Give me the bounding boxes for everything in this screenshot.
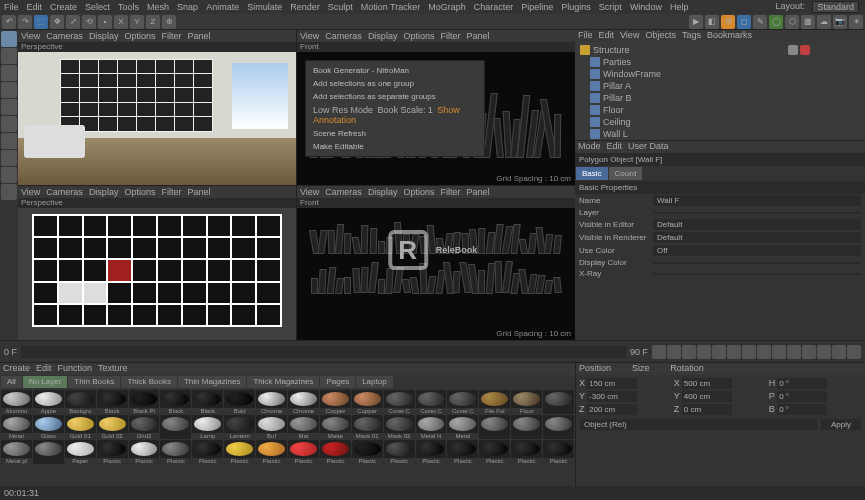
visible-renderer-dropdown[interactable]: Default xyxy=(653,232,861,243)
size-z-field[interactable] xyxy=(682,404,732,415)
object-manager[interactable]: StructurePartiesWindowFramePillar APilla… xyxy=(575,42,865,140)
menu-motion tracker[interactable]: Motion Tracker xyxy=(361,2,421,12)
scale-key-icon[interactable] xyxy=(817,345,831,359)
rot-b-field[interactable] xyxy=(777,404,827,415)
vp-menu-item[interactable]: Options xyxy=(124,31,155,41)
mat-menu-item[interactable]: Create xyxy=(3,363,30,375)
vp-menu-item[interactable]: Display xyxy=(368,31,398,41)
material-grid[interactable]: AluminuAppleBackgroBlackBlack.PlBlackBla… xyxy=(0,389,575,486)
vp-menu-item[interactable]: Filter xyxy=(161,31,181,41)
coord-mode-dropdown[interactable]: Object (Rel) xyxy=(580,419,817,430)
material-swatch[interactable]: Chrome xyxy=(288,390,319,414)
vp-menu-item[interactable]: View xyxy=(300,187,319,197)
viewport-1-canvas[interactable] xyxy=(18,52,296,185)
vp-menu-item[interactable]: Cameras xyxy=(325,31,362,41)
axis-z-icon[interactable]: Z xyxy=(146,15,160,29)
menu-snap[interactable]: Snap xyxy=(177,2,198,12)
name-field[interactable]: Wall F xyxy=(653,195,861,206)
record-icon[interactable] xyxy=(757,345,771,359)
coord-sys-icon[interactable]: ⊕ xyxy=(162,15,176,29)
vp-menu-item[interactable]: Filter xyxy=(440,31,460,41)
menu-mograph[interactable]: MoGraph xyxy=(428,2,466,12)
material-swatch[interactable]: Plastic xyxy=(256,440,287,464)
deformer-icon[interactable]: ▦ xyxy=(801,15,815,29)
menu-character[interactable]: Character xyxy=(474,2,514,12)
mat-menu-item[interactable]: Function xyxy=(58,363,93,375)
next-key-icon[interactable] xyxy=(727,345,741,359)
mat-category[interactable]: Pages xyxy=(320,376,355,388)
material-swatch[interactable] xyxy=(543,390,574,414)
material-swatch[interactable]: Plastic xyxy=(160,440,191,464)
tag-icon[interactable] xyxy=(788,45,798,55)
menu-tools[interactable]: Tools xyxy=(118,2,139,12)
goto-end-icon[interactable] xyxy=(742,345,756,359)
axis-x-icon[interactable]: X xyxy=(114,15,128,29)
rotate-icon[interactable]: ⟲ xyxy=(82,15,96,29)
goto-start-icon[interactable] xyxy=(652,345,666,359)
size-y-field[interactable] xyxy=(682,391,732,402)
vp-menu-item[interactable]: Panel xyxy=(466,187,489,197)
rot-h-field[interactable] xyxy=(777,378,827,389)
material-swatch[interactable]: Metal pl xyxy=(1,440,32,464)
material-swatch[interactable]: Copper xyxy=(352,390,383,414)
material-swatch[interactable] xyxy=(543,415,574,439)
mat-category[interactable]: No Layer xyxy=(23,376,67,388)
pos-x-field[interactable] xyxy=(587,378,637,389)
rot-key-icon[interactable] xyxy=(832,345,846,359)
pen-icon[interactable]: ✎ xyxy=(753,15,767,29)
render-settings-icon[interactable]: ⚙ xyxy=(721,15,735,29)
vp-menu-item[interactable]: View xyxy=(300,31,319,41)
material-swatch[interactable]: Lantern xyxy=(224,415,255,439)
rp-menu-item[interactable]: Bookmarks xyxy=(707,30,752,42)
material-swatch[interactable] xyxy=(511,415,542,439)
viewport-1[interactable]: ViewCamerasDisplayOptionsFilterPanel Per… xyxy=(18,30,296,185)
material-swatch[interactable]: Cover.C xyxy=(447,390,478,414)
material-swatch[interactable]: Buf xyxy=(256,415,287,439)
material-swatch[interactable]: Copper xyxy=(320,390,351,414)
mat-category[interactable]: Thick Books xyxy=(121,376,177,388)
menu-select[interactable]: Select xyxy=(85,2,110,12)
att-menu-item[interactable]: Mode xyxy=(578,141,601,153)
viewport-3[interactable]: ViewCamerasDisplayOptionsFilterPanel Per… xyxy=(18,186,296,341)
rp-menu-item[interactable]: File xyxy=(578,30,593,42)
prev-key-icon[interactable] xyxy=(667,345,681,359)
camera-icon[interactable]: 📷 xyxy=(833,15,847,29)
menu-script[interactable]: Script xyxy=(599,2,622,12)
mat-category[interactable]: Thick Magazines xyxy=(247,376,319,388)
vp-menu-item[interactable]: Options xyxy=(124,187,155,197)
material-swatch[interactable]: Metal xyxy=(1,415,32,439)
material-swatch[interactable]: Plastic xyxy=(320,440,351,464)
layout-dropdown[interactable]: Standard xyxy=(812,1,859,13)
redo-icon[interactable]: ↷ xyxy=(18,15,32,29)
menu-edit[interactable]: Edit xyxy=(27,2,43,12)
rot-p-field[interactable] xyxy=(777,391,827,402)
material-swatch[interactable]: Black xyxy=(192,390,223,414)
tree-item[interactable]: Pillar B xyxy=(577,92,783,104)
mat-category[interactable]: Thin Magazines xyxy=(178,376,246,388)
polygon-mode-icon[interactable] xyxy=(1,116,17,132)
vp-menu-item[interactable]: Display xyxy=(89,187,119,197)
material-swatch[interactable] xyxy=(479,415,510,439)
live-select-icon[interactable]: ⬚ xyxy=(34,15,48,29)
tree-item[interactable]: Ceiling xyxy=(577,116,783,128)
material-swatch[interactable]: Plastic xyxy=(129,440,160,464)
vp-menu-item[interactable]: Filter xyxy=(161,187,181,197)
material-swatch[interactable]: Cover.C xyxy=(416,390,447,414)
menu-render[interactable]: Render xyxy=(290,2,320,12)
material-swatch[interactable]: Metal xyxy=(447,415,478,439)
material-swatch[interactable]: Glass xyxy=(33,415,64,439)
vp-menu-item[interactable]: Panel xyxy=(187,187,210,197)
material-swatch[interactable]: Plastic xyxy=(511,440,542,464)
material-swatch[interactable]: Gold 02 xyxy=(97,415,128,439)
point-mode-icon[interactable] xyxy=(1,82,17,98)
viewport-3-canvas[interactable] xyxy=(18,208,296,341)
menu-create[interactable]: Create xyxy=(50,2,77,12)
rp-menu-item[interactable]: Objects xyxy=(645,30,676,42)
material-swatch[interactable]: Mask 02 xyxy=(384,415,415,439)
material-swatch[interactable]: Lamp xyxy=(192,415,223,439)
material-swatch[interactable]: Plastic xyxy=(479,440,510,464)
viewport-4[interactable]: ViewCamerasDisplayOptionsFilterPanel Fro… xyxy=(297,186,575,341)
vp-menu-item[interactable]: Panel xyxy=(187,31,210,41)
play-icon[interactable] xyxy=(697,345,711,359)
menu-file[interactable]: File xyxy=(4,2,19,12)
